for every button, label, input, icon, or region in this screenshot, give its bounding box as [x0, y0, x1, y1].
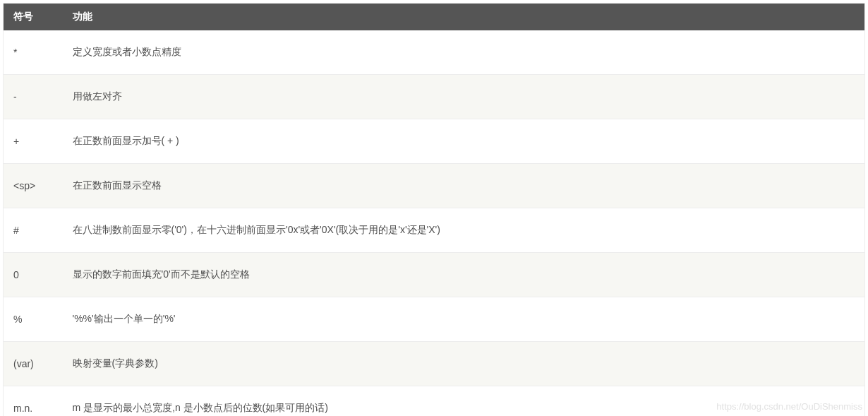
cell-function: 在正数前面显示空格 [63, 164, 865, 208]
table-row: m.n. m 是显示的最小总宽度,n 是小数点后的位数(如果可用的话) [4, 386, 865, 417]
table-row: - 用做左对齐 [4, 75, 865, 119]
cell-symbol: 0 [4, 253, 63, 297]
table-header-row: 符号 功能 [4, 4, 865, 31]
cell-symbol: # [4, 208, 63, 253]
cell-symbol: - [4, 75, 63, 119]
format-specifier-table: 符号 功能 * 定义宽度或者小数点精度 - 用做左对齐 + 在正数前面显示加号(… [3, 3, 865, 416]
table-row: <sp> 在正数前面显示空格 [4, 164, 865, 208]
table-row: 0 显示的数字前面填充'0'而不是默认的空格 [4, 253, 865, 297]
table-row: % '%%'输出一个单一的'%' [4, 297, 865, 342]
table-row: + 在正数前面显示加号( + ) [4, 119, 865, 164]
cell-function: 用做左对齐 [63, 75, 865, 119]
table-row: # 在八进制数前面显示零('0')，在十六进制前面显示'0x'或者'0X'(取决… [4, 208, 865, 253]
cell-symbol: <sp> [4, 164, 63, 208]
cell-function: 显示的数字前面填充'0'而不是默认的空格 [63, 253, 865, 297]
cell-function: 定义宽度或者小数点精度 [63, 30, 865, 75]
cell-function: 在正数前面显示加号( + ) [63, 119, 865, 164]
cell-symbol: % [4, 297, 63, 342]
cell-function: '%%'输出一个单一的'%' [63, 297, 865, 342]
header-symbol: 符号 [4, 4, 63, 31]
header-function: 功能 [63, 4, 865, 31]
table-row: * 定义宽度或者小数点精度 [4, 30, 865, 75]
cell-symbol: m.n. [4, 386, 63, 417]
cell-symbol: (var) [4, 342, 63, 386]
table-row: (var) 映射变量(字典参数) [4, 342, 865, 386]
cell-symbol: + [4, 119, 63, 164]
cell-function: 映射变量(字典参数) [63, 342, 865, 386]
cell-symbol: * [4, 30, 63, 75]
cell-function: 在八进制数前面显示零('0')，在十六进制前面显示'0x'或者'0X'(取决于用… [63, 208, 865, 253]
cell-function: m 是显示的最小总宽度,n 是小数点后的位数(如果可用的话) [63, 386, 865, 417]
